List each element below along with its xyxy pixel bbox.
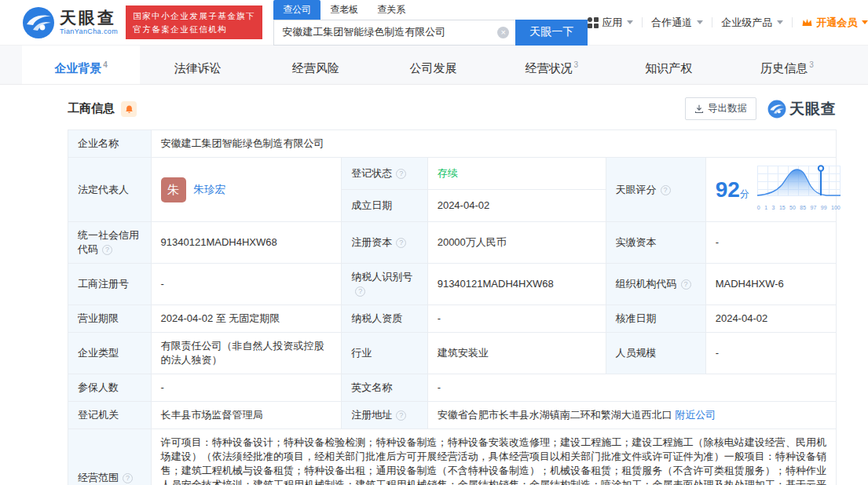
- field-label-text: 注册地址: [351, 409, 392, 421]
- field-label-paid-capital: 实缴资本: [606, 222, 705, 264]
- field-label-business-term: 营业期限: [68, 305, 152, 333]
- search-button[interactable]: 天眼一下: [515, 20, 588, 46]
- score-marker-pin: [819, 166, 823, 170]
- field-label-company-name: 企业名称: [68, 130, 152, 158]
- tianyancha-logo[interactable]: 天眼查 TianYanCha.com: [22, 6, 118, 39]
- score-value: 92分: [716, 179, 749, 201]
- business-info-section: 工商信息 导出数据 天眼查: [0, 85, 868, 485]
- clear-search-icon[interactable]: ×: [497, 27, 509, 38]
- export-data-button[interactable]: 导出数据: [685, 97, 756, 120]
- help-icon[interactable]: ?: [661, 185, 671, 195]
- field-value-staff-size: -: [705, 333, 836, 374]
- tianyancha-logo-icon: [767, 100, 786, 119]
- divider: [712, 17, 712, 27]
- address-text: 安徽省合肥市长丰县水湖镇南二环和繁湖大道西北口: [438, 409, 672, 421]
- field-label-credit-code: 统一社会信用代码?: [68, 222, 152, 264]
- score-distribution-curve: [757, 164, 841, 200]
- top-nav: 应用 合作通道 企业级产品 开通会员: [588, 16, 868, 30]
- help-icon[interactable]: ?: [681, 279, 691, 290]
- tab-label: 法律诉讼: [174, 61, 222, 75]
- bell-icon: [125, 104, 134, 114]
- help-icon[interactable]: ?: [355, 286, 365, 297]
- field-label-reg-capital: 注册资本?: [342, 222, 428, 264]
- field-label-establish-date: 成立日期: [342, 190, 428, 222]
- tab-label: 经营风险: [292, 61, 339, 75]
- tab-label: 公司发展: [410, 61, 457, 75]
- tab-history-info[interactable]: 历史信息3: [728, 46, 846, 84]
- field-value-org-code: MADH4HXW-6: [705, 264, 836, 305]
- nav-enterprise-products[interactable]: 企业级产品: [721, 16, 783, 30]
- badge-line-1: 国家中小企业发展子基金旗下: [133, 9, 255, 22]
- field-label-reg-authority: 登记机关: [68, 402, 152, 429]
- field-value-company-type: 有限责任公司（非自然人投资或控股的法人独资）: [151, 333, 342, 374]
- field-label-legal-rep: 法定代表人: [68, 158, 152, 222]
- help-icon[interactable]: ?: [396, 410, 406, 421]
- field-value-reg-number: -: [151, 264, 342, 305]
- business-info-table: 企业名称 安徽建工集团智能绿色制造有限公司 法定代表人 朱 朱珍宏 登记状态? …: [68, 129, 837, 485]
- field-value-english-name: -: [427, 374, 836, 402]
- field-label-reg-status: 登记状态?: [342, 158, 428, 190]
- watermark-logo: 天眼查: [767, 99, 837, 119]
- field-label-tyc-score: 天眼评分?: [606, 158, 705, 222]
- tab-legal-litigation[interactable]: 法律诉讼: [140, 46, 258, 84]
- help-icon[interactable]: ?: [396, 169, 406, 179]
- chevron-down-icon: [777, 20, 783, 24]
- field-label-company-type: 企业类型: [68, 333, 152, 374]
- field-value-tyc-score: 92分: [705, 158, 836, 222]
- field-value-company-name: 安徽建工集团智能绿色制造有限公司: [151, 130, 836, 158]
- top-header: 天眼查 TianYanCha.com 国家中小企业发展子基金旗下 官方备案企业征…: [0, 0, 868, 46]
- search-tab-company[interactable]: 查公司: [273, 0, 320, 20]
- field-label-reg-number: 工商注册号: [68, 264, 152, 305]
- tab-label: 历史信息: [760, 61, 808, 75]
- table-row: 企业名称 安徽建工集团智能绿色制造有限公司: [68, 130, 837, 158]
- tab-label: 知识产权: [645, 61, 692, 75]
- field-value-industry: 建筑安装业: [427, 333, 606, 374]
- field-value-paid-capital: -: [705, 222, 836, 264]
- field-label-taxpayer-quality: 纳税人资质: [342, 305, 428, 333]
- export-label: 导出数据: [708, 102, 747, 115]
- nav-vip-label: 开通会员: [816, 16, 857, 30]
- table-row: 营业期限 2024-04-02 至 无固定期限 纳税人资质 - 核准日期 202…: [68, 305, 837, 333]
- field-label-text: 纳税人识别号: [351, 271, 412, 283]
- nearby-companies-link[interactable]: 附近公司: [675, 409, 716, 421]
- tab-intellectual-property[interactable]: 知识产权: [610, 46, 728, 84]
- search-tab-boss[interactable]: 查老板: [320, 0, 368, 20]
- chevron-down-icon: [862, 20, 868, 24]
- field-label-approval-date: 核准日期: [606, 305, 705, 333]
- divider: [642, 17, 643, 27]
- field-label-industry: 行业: [342, 333, 428, 374]
- nav-apps[interactable]: 应用: [588, 16, 633, 30]
- search-box: × 天眼一下: [273, 20, 588, 46]
- help-icon[interactable]: ?: [102, 245, 112, 255]
- field-value-business-scope: 许可项目：特种设备设计；特种设备检验检测；特种设备制造；特种设备安装改造修理；建…: [151, 429, 836, 485]
- chevron-down-icon: [627, 20, 633, 24]
- nav-cooperation[interactable]: 合作通道: [651, 16, 703, 30]
- tab-company-background[interactable]: 企业背景4: [22, 46, 140, 84]
- search-input[interactable]: [274, 27, 497, 38]
- help-icon[interactable]: ?: [396, 238, 406, 248]
- tab-company-development[interactable]: 公司发展: [375, 46, 493, 84]
- field-value-reg-address: 安徽省合肥市长丰县水湖镇南二环和繁湖大道西北口 附近公司: [427, 402, 836, 429]
- legal-rep-avatar[interactable]: 朱: [161, 177, 186, 202]
- field-value-taxpayer-quality: -: [427, 305, 606, 333]
- table-row: 经营范围? 许可项目：特种设备设计；特种设备检验检测；特种设备制造；特种设备安装…: [68, 429, 837, 485]
- help-icon[interactable]: ?: [123, 473, 133, 483]
- table-row: 企业类型 有限责任公司（非自然人投资或控股的法人独资） 行业 建筑安装业 人员规…: [68, 333, 837, 374]
- search-tabs: 查公司 查老板 查关系: [273, 0, 588, 20]
- field-label-english-name: 英文名称: [342, 374, 428, 402]
- tab-operating-status[interactable]: 经营状况3: [493, 46, 610, 84]
- logo-text: 天眼查: [60, 9, 118, 26]
- section-title: 工商信息: [68, 101, 115, 116]
- subscribe-bell-badge[interactable]: [121, 101, 137, 117]
- field-label-text: 注册资本: [351, 236, 392, 248]
- field-value-establish-date: 2024-04-02: [427, 190, 606, 222]
- watermark-text: 天眼查: [789, 99, 837, 119]
- field-value-credit-code: 91340121MADH4HXW68: [151, 222, 342, 264]
- nav-apps-label: 应用: [602, 16, 622, 30]
- nav-vip[interactable]: 开通会员: [801, 16, 868, 30]
- field-value-reg-capital: 20000万人民币: [427, 222, 606, 264]
- tab-operation-risk[interactable]: 经营风险: [258, 46, 375, 84]
- legal-rep-link[interactable]: 朱珍宏: [194, 183, 226, 197]
- search-tab-relation[interactable]: 查关系: [368, 0, 415, 20]
- field-value-business-term: 2024-04-02 至 无固定期限: [151, 305, 342, 333]
